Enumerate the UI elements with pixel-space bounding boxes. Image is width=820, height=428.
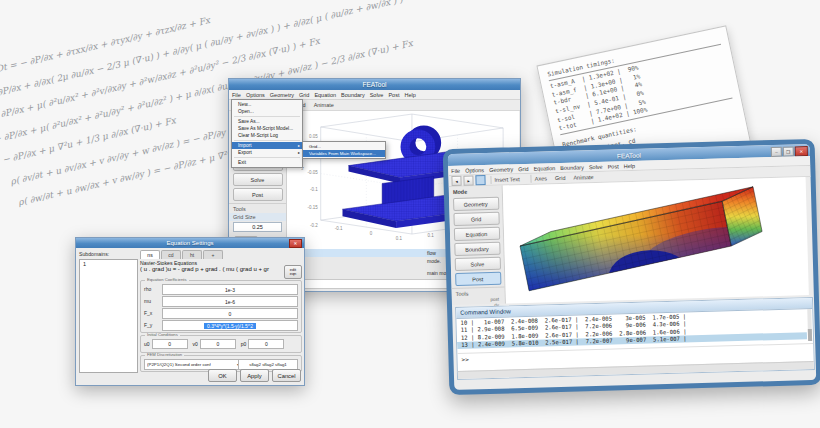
scrollbar[interactable] bbox=[807, 309, 812, 341]
menu-post[interactable]: Post bbox=[388, 92, 399, 98]
close-icon: ✕ bbox=[799, 149, 803, 154]
menu-help[interactable]: Help bbox=[624, 162, 635, 168]
file-menu-save-as[interactable]: Save As... bbox=[232, 118, 302, 125]
menu-help[interactable]: Help bbox=[404, 92, 415, 98]
z-tick: -0.05 bbox=[308, 170, 319, 175]
close-button[interactable]: ✕ bbox=[795, 146, 808, 156]
sidebar-post-button[interactable]: Post bbox=[233, 188, 283, 201]
menu-geometry[interactable]: Geometry bbox=[489, 166, 513, 173]
grid-toggle[interactable]: Grid bbox=[555, 175, 566, 181]
file-menu-exit[interactable]: Exit bbox=[232, 159, 302, 166]
file-menu-export[interactable]: Export ▸ bbox=[232, 149, 302, 156]
import-label: Import bbox=[238, 143, 252, 148]
file-menu-clear-log[interactable]: Clear M-Script Log bbox=[232, 132, 302, 139]
toolbar-separator bbox=[531, 175, 532, 183]
post-plot bbox=[503, 177, 809, 303]
chevron-right-icon: ▸ bbox=[298, 143, 300, 148]
command-window: Command Window 10 | 1e-007 2.4e-008 2.6e… bbox=[455, 297, 815, 380]
menu-post[interactable]: Post bbox=[608, 163, 619, 169]
file-menu-save-mscript[interactable]: Save As M-Script Model... bbox=[232, 125, 302, 132]
equation-display: ( u . grad )u = - grad p + grad . ( mu (… bbox=[140, 266, 282, 276]
u0-input[interactable]: 0 bbox=[152, 339, 188, 349]
menu-separator bbox=[234, 116, 300, 117]
insert-text-button[interactable]: Insert Text bbox=[494, 176, 519, 183]
scrollbar-thumb[interactable] bbox=[808, 329, 812, 341]
file-menu-import[interactable]: Import ▸ bbox=[232, 142, 302, 149]
file-menu: New... Open... Save As... Save As M-Scri… bbox=[231, 99, 303, 168]
rho-input[interactable]: 1e-3 bbox=[162, 284, 298, 295]
import-submenu: Grid... Variables From Main Workspace... bbox=[302, 141, 386, 159]
fx-input[interactable]: 0 bbox=[162, 308, 298, 319]
coefficients-legend: Equation Coefficients bbox=[145, 278, 189, 282]
menu-grid[interactable]: Grid bbox=[518, 165, 529, 171]
sidebar-solve-button[interactable]: Solve bbox=[233, 173, 283, 186]
minimize-icon: – bbox=[775, 149, 778, 154]
menu-equation[interactable]: Equation bbox=[534, 165, 556, 172]
menu-boundary[interactable]: Boundary bbox=[560, 164, 584, 171]
fy-label: F_y bbox=[144, 322, 152, 328]
menu-grid[interactable]: Grid bbox=[299, 92, 309, 98]
tab-cd[interactable]: cd bbox=[161, 250, 181, 259]
fy-input[interactable]: 0.3*4*y*(1.5-y)/1.5^2 bbox=[162, 320, 298, 331]
close-button[interactable]: ✕ bbox=[289, 239, 302, 248]
title-bar[interactable]: Equation Settings ✕ bbox=[76, 238, 304, 248]
mu-label: mu bbox=[144, 298, 151, 304]
sidebar-post-button[interactable]: Post bbox=[455, 272, 501, 286]
apply-button[interactable]: Apply bbox=[240, 369, 269, 382]
z-tick: -0.2 bbox=[310, 223, 318, 228]
sidebar-geometry-button[interactable]: Geometry bbox=[453, 197, 499, 211]
fem-select-value: (P2P1/Q2Q1) Second order conf bbox=[147, 362, 211, 367]
menu-boundary[interactable]: Boundary bbox=[341, 92, 365, 98]
sidebar-equation-button[interactable]: Equation bbox=[453, 227, 499, 241]
window-title: FEATool bbox=[362, 81, 386, 88]
menu-solve[interactable]: Solve bbox=[589, 163, 603, 169]
edit-equation-button[interactable]: edit eqn bbox=[284, 265, 302, 279]
menu-solve[interactable]: Solve bbox=[370, 92, 384, 98]
fx-label: F_x bbox=[144, 310, 152, 316]
desktop: { "icons": {"close":"✕","minimize":"–","… bbox=[0, 0, 820, 428]
animate-toggle[interactable]: Animate bbox=[573, 174, 593, 181]
fem-shape-input[interactable]: sflag2 sflag2 sflag1 bbox=[238, 359, 298, 370]
sidebar-grid-button[interactable]: Grid bbox=[453, 212, 499, 226]
close-icon: ✕ bbox=[294, 241, 298, 246]
p0-input[interactable]: 0 bbox=[248, 339, 284, 349]
menu-file[interactable]: File bbox=[451, 167, 460, 173]
p0-label: p0 bbox=[241, 341, 247, 347]
subdomains-listbox[interactable]: 1 bbox=[79, 259, 138, 373]
grid-size-input[interactable]: 0.25 bbox=[233, 222, 282, 232]
animate-toggle[interactable]: Animate bbox=[314, 102, 334, 108]
tab-ns[interactable]: ns bbox=[140, 250, 160, 259]
cancel-button[interactable]: Cancel bbox=[272, 369, 301, 382]
menu-options[interactable]: Options bbox=[246, 92, 265, 98]
coefficients-fieldset: Equation Coefficients rho 1e-3 mu 1e-6 F… bbox=[140, 280, 302, 333]
forward-button[interactable]: ▸ bbox=[463, 175, 473, 185]
menu-geometry[interactable]: Geometry bbox=[270, 92, 294, 98]
tools-label: Tools bbox=[229, 203, 286, 213]
fem-select[interactable]: (P2P1/Q2Q1) Second order conf ▾ bbox=[144, 359, 242, 370]
ok-button[interactable]: OK bbox=[208, 369, 237, 382]
subdomain-item[interactable]: 1 bbox=[80, 260, 137, 268]
import-variables-item[interactable]: Variables From Main Workspace... bbox=[303, 150, 385, 157]
maximize-button[interactable]: ❐ bbox=[783, 146, 794, 156]
minimize-button[interactable]: – bbox=[771, 147, 782, 157]
back-button[interactable]: ◂ bbox=[451, 176, 461, 186]
title-bar[interactable]: FEATool bbox=[229, 79, 520, 90]
post-plot-area[interactable] bbox=[503, 177, 809, 303]
zoom-icon[interactable] bbox=[475, 175, 485, 185]
sidebar-boundary-button[interactable]: Boundary bbox=[454, 242, 500, 256]
sidebar-solve-button[interactable]: Solve bbox=[454, 257, 500, 271]
export-label: Export bbox=[238, 150, 252, 155]
axes-toggle[interactable]: Axes bbox=[535, 175, 547, 181]
menu-equation[interactable]: Equation bbox=[314, 92, 336, 98]
tab-ht[interactable]: ht bbox=[182, 250, 202, 259]
file-menu-open[interactable]: Open... bbox=[232, 108, 302, 115]
tab-add[interactable]: + bbox=[203, 250, 223, 259]
v0-input[interactable]: 0 bbox=[200, 339, 236, 349]
menu-options[interactable]: Options bbox=[465, 167, 484, 174]
import-grid-item[interactable]: Grid... bbox=[303, 143, 385, 150]
mu-input[interactable]: 1e-6 bbox=[162, 296, 298, 307]
file-menu-new[interactable]: New... bbox=[232, 101, 302, 108]
menu-file[interactable]: File bbox=[232, 92, 241, 98]
z-tick: -0.15 bbox=[308, 205, 319, 210]
menu-separator bbox=[234, 140, 300, 141]
